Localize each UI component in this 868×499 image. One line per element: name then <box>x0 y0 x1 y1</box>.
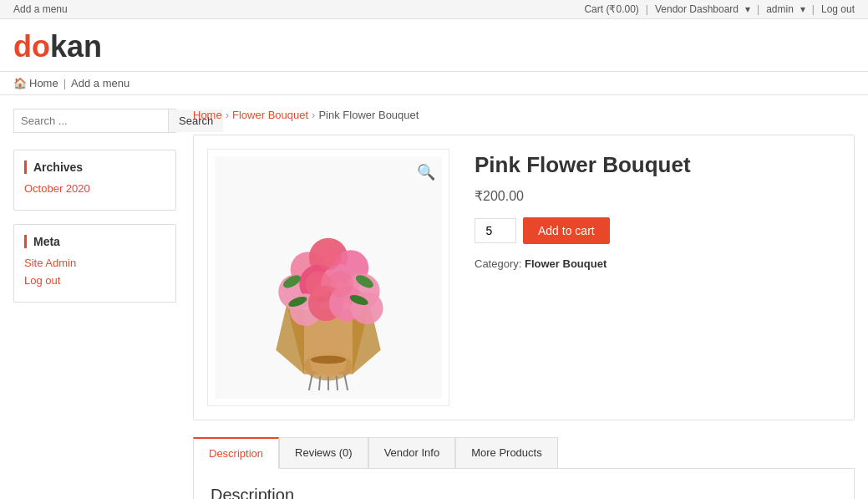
tab-vendor-info[interactable]: Vendor Info <box>368 437 456 469</box>
tab-reviews[interactable]: Reviews (0) <box>279 437 368 469</box>
svg-point-22 <box>316 244 342 270</box>
search-input[interactable] <box>14 109 168 132</box>
meta-section: Meta Site Admin Log out <box>13 224 176 303</box>
add-to-cart-row: Add to cart <box>475 217 840 244</box>
quantity-input[interactable] <box>475 218 516 243</box>
product-price: ₹200.00 <box>475 188 840 204</box>
logo-do: do <box>13 29 50 64</box>
archives-section: Archives October 2020 <box>13 150 176 211</box>
breadcrumb-sep1: › <box>226 109 229 121</box>
top-bar-left[interactable]: Add a menu <box>13 3 68 15</box>
tab-list: Description Reviews (0) Vendor Info More… <box>193 437 855 469</box>
dropdown-arrow2: ▾ <box>800 3 805 15</box>
product-image: 🔍 <box>215 156 442 399</box>
logout-link[interactable]: Log out <box>821 3 855 15</box>
tab-more-products[interactable]: More Products <box>455 437 558 469</box>
cart-link[interactable]: Cart (₹0.00) <box>584 3 638 15</box>
breadcrumb-home[interactable]: Home <box>193 109 222 121</box>
breadcrumb-category[interactable]: Flower Bouquet <box>232 109 308 121</box>
content: Home › Flower Bouquet › Pink Flower Bouq… <box>193 109 855 499</box>
category-link[interactable]: Flower Bouquet <box>525 257 607 270</box>
top-bar-right: Cart (₹0.00) | Vendor Dashboard ▾ | admi… <box>584 3 855 15</box>
header: dokan <box>0 19 868 72</box>
archives-title: Archives <box>24 160 165 174</box>
archives-october-2020[interactable]: October 2020 <box>24 182 165 195</box>
description-heading: Description <box>211 486 837 499</box>
site-admin-link[interactable]: Site Admin <box>24 257 165 269</box>
breadcrumb-sep2: › <box>312 109 315 121</box>
breadcrumb: Home › Flower Bouquet › Pink Flower Bouq… <box>193 109 855 121</box>
main-nav: 🏠 Home | Add a menu <box>0 72 868 95</box>
logo[interactable]: dokan <box>13 29 855 64</box>
zoom-icon[interactable]: 🔍 <box>417 163 435 181</box>
tab-content-description: Description <box>193 469 855 499</box>
meta-logout-link[interactable]: Log out <box>24 274 165 287</box>
search-box: Search <box>13 109 176 133</box>
product-image-svg <box>228 165 429 390</box>
product-image-container: 🔍 <box>207 149 449 406</box>
divider1: | <box>646 3 648 15</box>
product-section: 🔍 <box>193 135 855 420</box>
category-label: Category: <box>475 257 521 270</box>
divider2: | <box>757 3 759 15</box>
admin-link[interactable]: admin <box>766 3 794 15</box>
main-layout: Search Archives October 2020 Meta Site A… <box>0 95 868 499</box>
divider3: | <box>812 3 815 15</box>
add-to-cart-button[interactable]: Add to cart <box>523 217 610 244</box>
top-bar: Add a menu Cart (₹0.00) | Vendor Dashboa… <box>0 0 868 19</box>
logo-kan: kan <box>50 29 102 64</box>
nav-add-menu[interactable]: Add a menu <box>71 77 129 89</box>
product-title: Pink Flower Bouquet <box>475 152 840 178</box>
meta-title: Meta <box>24 235 165 248</box>
product-details: Pink Flower Bouquet ₹200.00 Add to cart … <box>475 149 840 406</box>
svg-line-6 <box>308 374 312 390</box>
vendor-dashboard-link[interactable]: Vendor Dashboard <box>655 3 739 15</box>
nav-home-label: Home <box>29 77 58 89</box>
product-category: Category: Flower Bouquet <box>475 257 840 270</box>
home-icon: 🏠 <box>13 77 27 89</box>
sidebar: Search Archives October 2020 Meta Site A… <box>13 109 176 499</box>
breadcrumb-current: Pink Flower Bouquet <box>318 109 419 121</box>
svg-point-24 <box>327 271 353 297</box>
dropdown-arrow1: ▾ <box>745 3 750 15</box>
tab-description[interactable]: Description <box>193 437 279 469</box>
svg-point-5 <box>311 356 346 364</box>
nav-home[interactable]: 🏠 Home <box>13 77 58 89</box>
nav-sep: | <box>63 77 66 89</box>
tabs: Description Reviews (0) Vendor Info More… <box>193 437 855 499</box>
svg-line-10 <box>344 374 348 390</box>
